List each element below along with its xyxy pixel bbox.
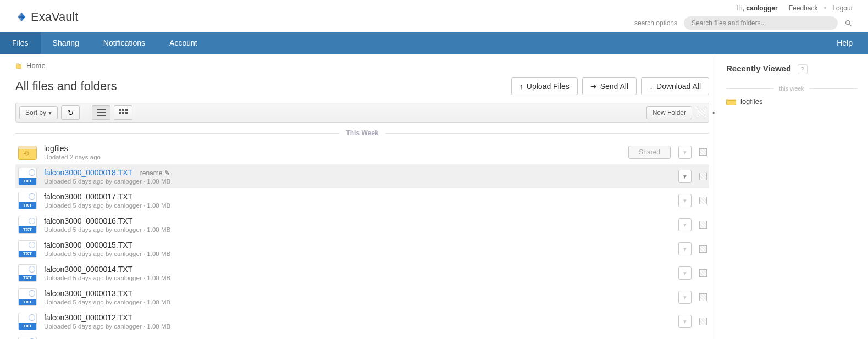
chevron-down-icon: ▾ — [48, 109, 52, 116]
file-actions-dropdown[interactable]: ▼ — [678, 218, 692, 231]
nav-notifications[interactable]: Notifications — [91, 32, 157, 54]
file-name: falcon3000_0000017.TXT — [44, 192, 132, 201]
logout-link[interactable]: Logout — [832, 4, 853, 12]
list-toolbar: Sort by ▾ ↻ New Folder — [15, 103, 709, 123]
clock-icon — [29, 290, 35, 297]
sort-by-button[interactable]: Sort by ▾ — [19, 106, 58, 119]
home-icon — [15, 62, 23, 70]
upload-icon: ↑ — [519, 82, 523, 91]
folder-thumbnail: ⟲ — [18, 143, 37, 161]
file-checkbox[interactable] — [699, 173, 707, 180]
logo-icon — [15, 11, 27, 23]
file-meta: Uploaded 5 days ago by canlogger · 1.00 … — [44, 275, 678, 281]
rename-link[interactable]: rename — [140, 169, 163, 177]
file-row[interactable]: TXT falcon3000_0000013.TXT Uploaded 5 da… — [15, 285, 709, 309]
section-divider: This Week — [15, 129, 709, 137]
file-thumbnail: TXT — [18, 168, 37, 185]
file-thumbnail: TXT — [18, 192, 37, 209]
folder-checkbox[interactable] — [699, 148, 707, 156]
breadcrumb[interactable]: Home — [15, 62, 709, 70]
file-row[interactable]: TXT falcon3000_0000016.TXT Uploaded 5 da… — [15, 213, 709, 237]
clock-icon — [29, 218, 35, 224]
clock-icon — [29, 314, 35, 321]
list-view-icon — [96, 109, 106, 116]
select-all-checkbox[interactable] — [698, 109, 705, 116]
file-thumbnail: TXT — [18, 216, 37, 234]
refresh-button[interactable]: ↻ — [61, 105, 80, 120]
username: canlogger — [746, 4, 777, 12]
svg-rect-10 — [119, 112, 121, 114]
side-divider: this week — [726, 85, 857, 92]
file-actions-dropdown[interactable]: ▼ — [678, 242, 692, 255]
separator-dot: • — [824, 4, 826, 12]
brand-logo[interactable]: ExaVault — [15, 10, 78, 24]
clock-icon — [29, 193, 35, 200]
svg-rect-11 — [122, 112, 124, 114]
search-input[interactable] — [684, 16, 838, 30]
file-actions-dropdown[interactable]: ▼ — [678, 315, 692, 328]
collapse-side-handle[interactable]: » — [712, 109, 716, 116]
search-icon[interactable] — [844, 19, 853, 27]
file-row[interactable]: TXT falcon3000_0000018.TXT rename✎ Uploa… — [15, 164, 709, 188]
file-thumbnail: TXT — [18, 288, 37, 306]
page-title: All files and folders — [15, 79, 117, 93]
svg-rect-12 — [125, 112, 128, 114]
upload-files-button[interactable]: ↑Upload Files — [511, 77, 578, 95]
nav-files[interactable]: Files — [0, 32, 41, 54]
grid-view-button[interactable] — [114, 105, 132, 120]
feedback-link[interactable]: Feedback — [789, 4, 818, 12]
clock-icon — [29, 169, 35, 176]
file-checkbox[interactable] — [699, 269, 707, 277]
file-actions-dropdown[interactable]: ▼ — [678, 194, 692, 207]
recently-viewed-title: Recently Viewed — [726, 64, 791, 73]
folder-row[interactable]: ⟲ logfiles Updated 2 days ago Shared ▼ — [15, 140, 709, 164]
recent-item[interactable]: logfiles — [726, 97, 857, 105]
file-checkbox[interactable] — [699, 221, 707, 229]
file-row[interactable]: TXT falcon3000_0000015.TXT Uploaded 5 da… — [15, 237, 709, 261]
file-actions-dropdown[interactable]: ▼ — [678, 170, 692, 183]
clock-icon — [29, 242, 35, 248]
edit-icon[interactable]: ✎ — [164, 169, 170, 177]
sync-icon: ⟲ — [23, 149, 29, 158]
file-name: falcon3000_0000012.TXT — [44, 313, 132, 322]
folder-meta: Updated 2 days ago — [44, 154, 628, 160]
send-all-button[interactable]: ➔Send All — [582, 77, 637, 95]
svg-rect-9 — [125, 109, 128, 111]
nav-help[interactable]: Help — [837, 38, 853, 47]
download-all-button[interactable]: ↓Download All — [641, 77, 709, 95]
file-meta: Uploaded 5 days ago by canlogger · 1.00 … — [44, 251, 678, 257]
file-row[interactable]: TXT falcon3000_0000017.TXT Uploaded 5 da… — [15, 188, 709, 213]
file-checkbox[interactable] — [699, 293, 707, 301]
search-options-link[interactable]: search options — [634, 19, 677, 27]
refresh-icon: ↻ — [68, 109, 74, 117]
folder-name: logfiles — [44, 144, 628, 153]
folder-actions-dropdown[interactable]: ▼ — [678, 146, 692, 159]
file-row[interactable]: TXT falcon3000_0000012.TXT Uploaded 5 da… — [15, 309, 709, 334]
nav-account[interactable]: Account — [157, 32, 209, 54]
file-actions-dropdown[interactable]: ▼ — [678, 266, 692, 280]
file-thumbnail: TXT — [18, 313, 37, 330]
file-checkbox[interactable] — [699, 197, 707, 204]
nav-sharing[interactable]: Sharing — [41, 32, 91, 54]
file-name[interactable]: falcon3000_0000018.TXT — [44, 168, 132, 177]
file-row[interactable]: TXT falcon3000_0000014.TXT Uploaded 5 da… — [15, 261, 709, 285]
list-view-button[interactable] — [92, 105, 110, 120]
grid-view-icon — [119, 109, 128, 116]
file-thumbnail: TXT — [18, 240, 37, 258]
file-checkbox[interactable] — [699, 245, 707, 253]
file-name: falcon3000_0000013.TXT — [44, 289, 132, 298]
file-checkbox[interactable] — [699, 318, 707, 325]
clock-icon — [29, 266, 35, 273]
new-folder-button[interactable]: New Folder — [646, 106, 692, 119]
main-nav: Files Sharing Notifications Account Help — [0, 32, 868, 54]
help-tooltip-button[interactable]: ? — [798, 64, 808, 74]
file-row[interactable]: TXT falcon3000_0000011.TXT ▼ — [15, 334, 709, 339]
file-meta: Uploaded 5 days ago by canlogger · 1.00 … — [44, 299, 678, 305]
file-meta: Uploaded 5 days ago by canlogger · 1.00 … — [44, 178, 678, 185]
breadcrumb-home: Home — [26, 62, 46, 70]
svg-rect-8 — [122, 109, 124, 111]
shared-badge: Shared — [628, 146, 671, 159]
file-meta: Uploaded 5 days ago by canlogger · 1.00 … — [44, 226, 678, 233]
file-actions-dropdown[interactable]: ▼ — [678, 291, 692, 304]
file-meta: Uploaded 5 days ago by canlogger · 1.00 … — [44, 323, 678, 330]
